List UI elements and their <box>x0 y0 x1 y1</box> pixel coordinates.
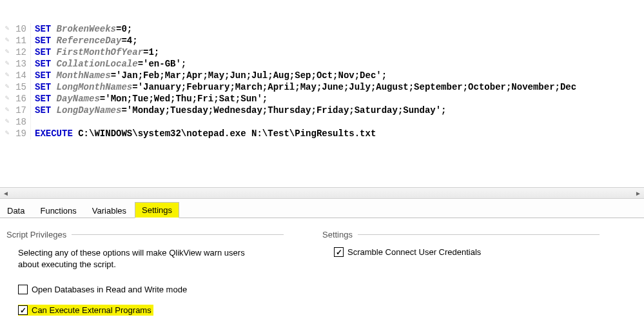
open-db-rw-row[interactable]: Open Databases in Read and Write mode <box>18 285 284 294</box>
settings-group: Settings Scramble Connect User Credentia… <box>322 230 600 329</box>
code-line[interactable]: ✎16SET DayNames='Mon;Tue;Wed;Thu;Fri;Sat… <box>0 93 644 105</box>
code-line[interactable]: ✎12SET FirstMonthOfYear=1; <box>0 46 644 58</box>
code-line[interactable]: ✎15SET LongMonthNames='January;February;… <box>0 81 644 93</box>
bookmark-icon[interactable]: ✎ <box>1 59 9 67</box>
code-line[interactable]: ✎17SET LongDayNames='Monday;Tuesday;Wedn… <box>0 105 644 116</box>
tab-variables[interactable]: Variables <box>85 203 133 218</box>
gutter-line-number: ✎18 <box>0 116 31 128</box>
code-content[interactable]: SET LongMonthNames='January;February;Mar… <box>31 81 644 93</box>
gutter-line-number: ✎10 <box>0 23 31 35</box>
bookmark-icon[interactable]: ✎ <box>1 48 9 56</box>
tab-settings[interactable]: Settings <box>135 202 179 218</box>
bottom-tabstrip: Data Functions Variables Settings <box>0 199 644 218</box>
code-content[interactable]: SET ReferenceDay=4; <box>31 35 644 46</box>
scroll-right-icon[interactable]: ► <box>635 190 641 197</box>
code-line[interactable]: ✎11SET ReferenceDay=4; <box>0 35 644 46</box>
code-line[interactable]: ✎18 <box>0 116 644 128</box>
bookmark-icon[interactable]: ✎ <box>1 71 9 79</box>
code-content[interactable]: EXECUTE C:\WINDOWS\system32\notepad.exe … <box>31 128 644 139</box>
code-line[interactable]: ✎19EXECUTE C:\WINDOWS\system32\notepad.e… <box>0 128 644 139</box>
scroll-left-icon[interactable]: ◄ <box>3 190 9 197</box>
bookmark-icon[interactable]: ✎ <box>1 117 9 125</box>
can-execute-external-row[interactable]: Can Execute External Programs <box>18 305 153 316</box>
code-line[interactable]: ✎10SET BrokenWeeks=0; <box>0 23 644 35</box>
gutter-line-number: ✎15 <box>0 81 31 93</box>
bookmark-icon[interactable]: ✎ <box>1 106 9 114</box>
tab-functions[interactable]: Functions <box>33 203 83 218</box>
script-privileges-group: Script Privileges Selecting any of these… <box>6 230 284 329</box>
scramble-connect-checkbox[interactable] <box>334 247 344 257</box>
bookmark-icon[interactable]: ✎ <box>1 129 9 137</box>
gutter-line-number: ✎19 <box>0 128 31 139</box>
code-content[interactable] <box>31 116 644 128</box>
script-privileges-title: Script Privileges <box>6 230 66 239</box>
open-db-rw-label: Open Databases in Read and Write mode <box>32 285 187 294</box>
gutter-line-number: ✎14 <box>0 70 31 81</box>
code-content[interactable]: SET LongDayNames='Monday;Tuesday;Wednesd… <box>31 105 644 116</box>
code-content[interactable]: SET DayNames='Mon;Tue;Wed;Thu;Fri;Sat;Su… <box>31 93 644 105</box>
gutter-line-number: ✎12 <box>0 46 31 58</box>
scramble-connect-label: Scramble Connect User Credentials <box>347 247 481 257</box>
can-execute-external-label: Can Execute External Programs <box>32 305 151 315</box>
gutter-line-number: ✎11 <box>0 35 31 46</box>
gutter-line-number: ✎13 <box>0 58 31 70</box>
settings-panel: Script Privileges Selecting any of these… <box>0 218 644 335</box>
open-db-rw-checkbox[interactable] <box>18 285 28 294</box>
gutter-line-number: ✎16 <box>0 93 31 105</box>
code-content[interactable]: SET BrokenWeeks=0; <box>31 23 644 35</box>
code-line[interactable]: ✎13SET CollationLocale='en-GB'; <box>0 58 644 70</box>
can-execute-external-checkbox[interactable] <box>18 305 28 315</box>
gutter-line-number: ✎17 <box>0 105 31 116</box>
code-line[interactable]: ✎14SET MonthNames='Jan;Feb;Mar;Apr;May;J… <box>0 70 644 81</box>
bookmark-icon[interactable]: ✎ <box>1 83 9 90</box>
code-content[interactable]: SET CollationLocale='en-GB'; <box>31 58 644 70</box>
tab-data[interactable]: Data <box>0 203 32 218</box>
bookmark-icon[interactable]: ✎ <box>1 25 9 32</box>
script-editor[interactable]: ✎10SET BrokenWeeks=0;✎11SET ReferenceDay… <box>0 0 644 187</box>
code-content[interactable]: SET FirstMonthOfYear=1; <box>31 46 644 58</box>
script-privileges-description: Selecting any of these options will make… <box>18 247 263 270</box>
scramble-connect-row[interactable]: Scramble Connect User Credentials <box>334 247 600 257</box>
bookmark-icon[interactable]: ✎ <box>1 36 9 44</box>
editor-horizontal-scrollbar[interactable]: ◄ ► <box>0 187 644 199</box>
code-content[interactable]: SET MonthNames='Jan;Feb;Mar;Apr;May;Jun;… <box>31 70 644 81</box>
settings-title: Settings <box>322 230 353 239</box>
bookmark-icon[interactable]: ✎ <box>1 94 9 102</box>
